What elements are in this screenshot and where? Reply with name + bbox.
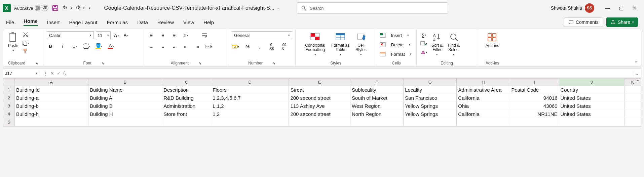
tab-insert[interactable]: Insert: [47, 19, 60, 25]
table-row[interactable]: 4 Building-h Building H Store front 1,2 …: [3, 110, 641, 118]
tab-file[interactable]: File: [6, 19, 14, 25]
underline-icon[interactable]: U▾: [71, 42, 78, 50]
undo-icon[interactable]: [62, 5, 69, 11]
paste-button[interactable]: Paste ▾: [6, 31, 20, 53]
scroll-up-icon[interactable]: ▲: [635, 78, 641, 82]
cut-icon[interactable]: [22, 31, 29, 39]
table-row[interactable]: 2 Building-a Building A R&D Building 1,2…: [3, 94, 641, 102]
cancel-icon[interactable]: ✕: [50, 71, 54, 76]
chevron-down-icon[interactable]: ⌄: [277, 6, 280, 10]
row-header[interactable]: 2: [3, 94, 15, 102]
tab-home[interactable]: Home: [24, 18, 38, 26]
font-color-icon[interactable]: A▾: [107, 42, 115, 50]
col-header[interactable]: I: [510, 79, 559, 86]
row-header[interactable]: 4: [3, 110, 15, 118]
decrease-font-icon[interactable]: A▾: [122, 32, 129, 39]
col-header[interactable]: G: [404, 79, 457, 86]
accounting-format-icon[interactable]: ▾: [232, 43, 239, 50]
format-painter-icon[interactable]: [22, 47, 29, 55]
autosave[interactable]: AutoSave Off: [14, 5, 48, 11]
chevron-down-icon[interactable]: ▾: [83, 6, 85, 10]
addins-button[interactable]: Add-ins: [484, 31, 501, 49]
decrease-indent-icon[interactable]: ⇤: [182, 43, 189, 50]
col-header[interactable]: J: [559, 79, 624, 86]
italic-icon[interactable]: I: [59, 42, 66, 50]
col-header[interactable]: A: [15, 79, 88, 86]
user-account[interactable]: Shweta Shukla SS: [551, 3, 594, 13]
increase-font-icon[interactable]: A▴: [113, 32, 120, 39]
number-format-select[interactable]: General▾: [232, 31, 292, 39]
share-button[interactable]: Share ▾: [606, 17, 638, 27]
table-row[interactable]: 1 Building Id Building Name Description …: [3, 86, 641, 94]
dialog-launcher-icon[interactable]: ⬊: [199, 61, 201, 65]
row-header[interactable]: 5: [3, 118, 15, 126]
tab-review[interactable]: Review: [157, 19, 174, 25]
increase-indent-icon[interactable]: ⇥: [193, 43, 201, 50]
font-size-select[interactable]: 11▾: [96, 31, 111, 39]
find-select-button[interactable]: Find & Select▾: [447, 31, 461, 57]
qat-customize-icon[interactable]: ▾: [89, 6, 90, 10]
tab-data[interactable]: Data: [137, 19, 148, 25]
col-header[interactable]: F: [350, 79, 403, 86]
increase-decimal-icon[interactable]: .0.00: [268, 43, 275, 50]
autosave-toggle[interactable]: Off: [35, 5, 48, 11]
clear-icon[interactable]: ▾: [420, 49, 427, 56]
col-header[interactable]: C: [162, 79, 211, 86]
select-all-corner[interactable]: [3, 79, 15, 86]
fill-color-icon[interactable]: 🪣▾: [95, 42, 103, 50]
align-middle-icon[interactable]: ≡: [159, 32, 166, 39]
decrease-decimal-icon[interactable]: .00.0: [280, 43, 288, 50]
comma-icon[interactable]: ,: [256, 43, 263, 50]
format-cells-button[interactable]: Format ▾: [380, 50, 412, 58]
redo-icon[interactable]: [74, 5, 81, 11]
minimize-icon[interactable]: —: [605, 5, 610, 11]
maximize-icon[interactable]: ▢: [618, 5, 624, 11]
spreadsheet-grid[interactable]: ▲ A B C D E F G H I J K 1: [3, 78, 641, 127]
align-right-icon[interactable]: ≡: [171, 43, 178, 50]
expand-formula-bar-icon[interactable]: ⌄: [633, 71, 641, 76]
document-title[interactable]: Google-Calendar-Resource-CSV-Template-fo…: [104, 5, 280, 11]
wrap-text-icon[interactable]: [201, 32, 208, 39]
autosum-icon[interactable]: ∑▾: [420, 31, 427, 39]
sort-filter-button[interactable]: AZ Sort & Filter▾: [430, 31, 444, 57]
format-as-table-button[interactable]: Format as Table▾: [330, 31, 351, 57]
search-input[interactable]: Search: [297, 2, 448, 14]
font-name-select[interactable]: Calibri▾: [47, 31, 94, 39]
col-header[interactable]: E: [289, 79, 350, 86]
borders-icon[interactable]: ▾: [83, 42, 90, 50]
save-icon[interactable]: [52, 5, 59, 11]
col-header[interactable]: B: [88, 79, 162, 86]
align-bottom-icon[interactable]: ≡: [171, 32, 178, 39]
orientation-icon[interactable]: ⤭▾: [182, 32, 189, 39]
row-header[interactable]: 3: [3, 102, 15, 110]
dialog-launcher-icon[interactable]: ⬊: [273, 61, 275, 65]
copy-icon[interactable]: ▾: [22, 39, 29, 47]
dialog-launcher-icon[interactable]: ⬊: [35, 61, 38, 65]
comments-button[interactable]: Comments: [564, 17, 603, 27]
cell-styles-button[interactable]: Cell Styles▾: [354, 31, 368, 57]
collapse-ribbon-icon[interactable]: ⌄: [634, 59, 638, 63]
col-header[interactable]: D: [211, 79, 289, 86]
merge-center-icon[interactable]: ▾: [205, 43, 212, 50]
tab-view[interactable]: View: [183, 19, 194, 25]
conditional-formatting-button[interactable]: Conditional Formatting▾: [304, 31, 327, 57]
align-left-icon[interactable]: ≡: [148, 43, 155, 50]
fx-icon[interactable]: fx: [63, 70, 66, 76]
table-row[interactable]: 3 Building-b Building B Administration L…: [3, 102, 641, 110]
fill-icon[interactable]: ▾: [420, 40, 427, 47]
name-box[interactable]: J17▾: [3, 71, 40, 76]
dialog-launcher-icon[interactable]: ⬊: [102, 61, 104, 65]
dropdown-icon[interactable]: ⋮: [43, 71, 48, 76]
percent-icon[interactable]: %: [244, 43, 251, 50]
align-center-icon[interactable]: ≡: [159, 43, 166, 50]
tab-help[interactable]: Help: [203, 19, 214, 25]
insert-cells-button[interactable]: Insert ▾: [380, 31, 409, 39]
table-row[interactable]: 5: [3, 118, 641, 126]
align-top-icon[interactable]: ≡: [148, 32, 155, 39]
bold-icon[interactable]: B: [47, 42, 54, 50]
delete-cells-button[interactable]: Delete ▾: [380, 41, 411, 49]
tab-formulas[interactable]: Formulas: [107, 19, 128, 25]
row-header[interactable]: 1: [3, 86, 15, 94]
col-header[interactable]: H: [457, 79, 510, 86]
column-headers[interactable]: A B C D E F G H I J K: [3, 79, 641, 86]
